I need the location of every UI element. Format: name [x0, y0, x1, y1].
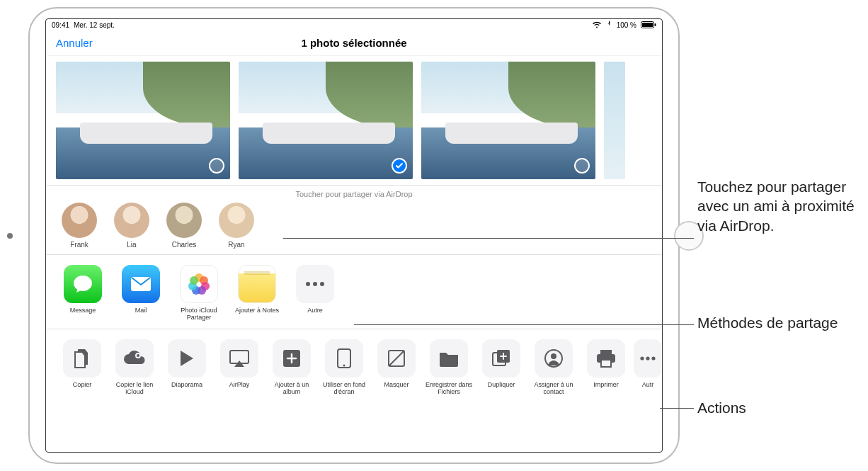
- action-wallpaper[interactable]: Utiliser en fond d'écran: [319, 339, 369, 396]
- app-label: Photo iCloud Partager: [181, 307, 217, 321]
- svg-point-10: [190, 276, 198, 285]
- svg-rect-2: [655, 23, 656, 26]
- action-label: Copier le lien iCloud: [116, 381, 154, 395]
- action-copy[interactable]: Copier: [57, 339, 107, 396]
- airdrop-contact[interactable]: Frank: [57, 203, 101, 249]
- screen: 09:41 Mer. 12 sept. 100 % Annuler 1 phot…: [45, 18, 663, 453]
- page-title: 1 photo sélectionnée: [46, 37, 662, 49]
- apps-row: Message Mail: [46, 255, 662, 329]
- action-print[interactable]: Imprimer: [581, 339, 631, 396]
- callout-actions: Actions: [697, 398, 746, 417]
- cloud-link-icon: [115, 339, 154, 378]
- action-copy-icloud-link[interactable]: Copier le lien iCloud: [110, 339, 159, 396]
- status-battery: 100 %: [617, 21, 636, 29]
- svg-point-15: [320, 282, 324, 286]
- action-save-to-files[interactable]: Enregistrer dans Fichiers: [424, 339, 474, 396]
- photos-icon: [180, 265, 218, 303]
- svg-rect-29: [601, 360, 611, 367]
- svg-point-20: [343, 364, 346, 366]
- photos-row: [46, 56, 662, 186]
- airdrop-hint: Toucher pour partager via AirDrop: [46, 186, 662, 200]
- avatar: [62, 203, 97, 238]
- airplay-icon: [220, 339, 258, 378]
- action-add-to-album[interactable]: Ajouter à un album: [267, 339, 316, 396]
- contact-name: Frank: [70, 241, 88, 249]
- selection-badge[interactable]: [209, 158, 224, 174]
- ipad-frame: 09:41 Mer. 12 sept. 100 % Annuler 1 phot…: [28, 7, 680, 464]
- action-label: Copier: [73, 381, 92, 388]
- action-duplicate[interactable]: Dupliquer: [476, 339, 526, 396]
- svg-rect-1: [642, 23, 653, 27]
- avatar: [114, 203, 149, 238]
- selection-badge[interactable]: [574, 158, 590, 174]
- camera-dot: [7, 233, 13, 239]
- contact-icon: [535, 339, 573, 378]
- cancel-button[interactable]: Annuler: [56, 37, 93, 49]
- avatar: [219, 203, 254, 238]
- action-label: Enregistrer dans Fichiers: [426, 381, 472, 395]
- action-airplay[interactable]: AirPlay: [215, 339, 264, 396]
- notes-icon: [238, 265, 276, 303]
- contact-name: Ryan: [228, 241, 244, 249]
- airdrop-contact[interactable]: Lia: [110, 203, 154, 249]
- share-app-notes[interactable]: Ajouter à Notes: [232, 265, 282, 322]
- action-label: Masquer: [384, 381, 409, 388]
- selection-badge-checked[interactable]: [392, 158, 407, 174]
- wallpaper-icon: [325, 339, 363, 378]
- svg-point-31: [646, 356, 649, 360]
- action-label: Autr: [642, 381, 654, 388]
- mail-icon: [122, 265, 160, 303]
- action-label: Imprimer: [593, 381, 619, 388]
- callout-share-methods: Méthodes de partage: [697, 313, 853, 332]
- callout-line: [354, 324, 694, 325]
- svg-point-32: [651, 356, 655, 360]
- action-more[interactable]: Autr: [634, 339, 662, 396]
- copy-icon: [63, 339, 101, 378]
- svg-rect-27: [600, 350, 612, 354]
- app-label: Ajouter à Notes: [235, 307, 279, 314]
- callout-airdrop: Touchez pour partager avec un ami à prox…: [697, 177, 860, 235]
- contact-name: Lia: [127, 241, 136, 249]
- photo-thumb[interactable]: [421, 62, 595, 179]
- svg-point-26: [551, 353, 556, 359]
- app-label: Autre: [307, 307, 323, 314]
- action-label: Assigner à un contact: [534, 381, 573, 395]
- photo-thumb-peek[interactable]: [604, 62, 625, 179]
- airdrop-contact[interactable]: Ryan: [215, 203, 258, 249]
- avatar: [166, 203, 202, 238]
- app-label: Message: [70, 307, 96, 314]
- share-app-more[interactable]: Autre: [290, 265, 341, 322]
- message-icon: [64, 265, 102, 303]
- action-label: AirPlay: [229, 381, 250, 388]
- status-time: 09:41: [52, 21, 69, 29]
- share-app-message[interactable]: Message: [57, 265, 108, 322]
- more-icon: [296, 265, 334, 303]
- svg-point-13: [306, 282, 310, 286]
- airdrop-contact[interactable]: Charles: [162, 203, 206, 249]
- callout-line: [660, 408, 694, 409]
- airdrop-row: Frank Lia Charles Ryan: [46, 200, 662, 255]
- svg-line-22: [389, 351, 404, 365]
- svg-point-14: [313, 282, 317, 286]
- status-date: Mer. 12 sept.: [74, 21, 115, 29]
- action-slideshow[interactable]: Diaporama: [162, 339, 212, 396]
- share-app-icloud-photo[interactable]: Photo iCloud Partager: [173, 265, 224, 322]
- action-hide[interactable]: Masquer: [372, 339, 421, 396]
- status-bar: 09:41 Mer. 12 sept. 100 %: [46, 19, 662, 30]
- svg-point-30: [640, 356, 644, 360]
- action-label: Ajouter à un album: [275, 381, 309, 395]
- share-app-mail[interactable]: Mail: [115, 265, 166, 322]
- action-assign-contact[interactable]: Assigner à un contact: [529, 339, 578, 396]
- photo-thumb[interactable]: [239, 62, 413, 179]
- contact-name: Charles: [172, 241, 196, 249]
- photo-thumb[interactable]: [56, 62, 230, 179]
- hide-icon: [377, 339, 416, 378]
- action-label: Dupliquer: [488, 381, 515, 388]
- action-label: Diaporama: [171, 381, 202, 388]
- duplicate-icon: [482, 339, 520, 378]
- app-label: Mail: [135, 307, 147, 314]
- actions-row: Copier Copier le lien iCloud Diaporama A…: [46, 329, 662, 402]
- play-icon: [168, 339, 206, 378]
- nav-bar: Annuler 1 photo sélectionnée: [46, 30, 662, 56]
- battery-icon: [605, 21, 612, 29]
